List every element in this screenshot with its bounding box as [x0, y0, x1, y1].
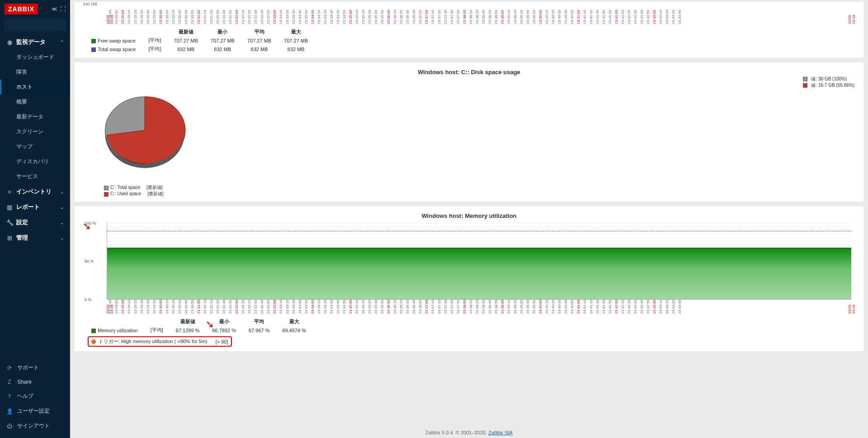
trigger-threshold-line — [107, 231, 851, 231]
nav-share[interactable]: ZShare — [0, 375, 70, 389]
eye-icon: ◉ — [6, 39, 13, 46]
nav-problems[interactable]: 障害 — [0, 65, 70, 80]
table-row: Memory utilization [平均] 67.1299 %66.7892… — [85, 326, 312, 334]
chevron-down-icon: ⌄ — [60, 220, 64, 225]
support-icon: ⟳ — [6, 365, 13, 371]
memory-line-chart: 100 % 50 % 0 % — [107, 223, 851, 300]
swap-summary-table: 最新値 最小 平均 最大 Free swap space [平均] 707.27… — [85, 28, 857, 53]
search-input[interactable]: 🔍 — [5, 20, 66, 31]
help-icon: ? — [6, 393, 13, 400]
disk-series-legend: C:: Total space [最新値] C:: Used space [最新… — [104, 184, 857, 197]
collapse-sidebar-icon[interactable]: ≪ — [52, 6, 57, 12]
x-end-date: 10/29 23:43 — [848, 10, 856, 24]
nav-config[interactable]: 🔧設定⌄ — [0, 215, 70, 230]
fullscreen-icon[interactable]: ⛶ — [60, 6, 66, 12]
memory-x-axis: 23:28:4023:28:5023:29:0023:29:1023:29:20… — [108, 300, 857, 314]
chevron-up-icon: ⌃ — [60, 40, 64, 45]
table-row: Total swap space [平均] 832 MB832 MB832 MB… — [85, 45, 314, 53]
footer-link[interactable]: Zabbix SIA — [488, 430, 513, 435]
disk-value-legend: 値: 30 GB (100%) 値: 16.7 GB (55.66%) — [803, 76, 854, 89]
swap-y-label: 640 MB — [83, 2, 97, 6]
memory-summary-table: 最新値 最小 平均 最大 Memory utilization [平均] 67.… — [85, 317, 857, 347]
chevron-down-icon: ⌄ — [60, 205, 64, 210]
disk-panel-title: Windows host: C:: Disk space usage — [81, 67, 857, 79]
nav-help[interactable]: ?ヘルプ — [0, 389, 70, 404]
nav-inventory[interactable]: ≡インベントリ⌄ — [0, 184, 70, 199]
sidebar: ZABBIX ≪ ⛶ 🔍 ◉監視データ⌃ ダッシュボード 障害 ホスト 概要 最… — [0, 0, 70, 438]
user-icon: 👤 — [6, 408, 13, 414]
trigger-condition: [> 90] — [216, 339, 228, 344]
nav-monitoring[interactable]: ◉監視データ⌃ — [0, 34, 70, 50]
memory-panel-title: Windows host: Memory utilization — [81, 211, 857, 223]
logo: ZABBIX — [5, 4, 38, 14]
chevron-down-icon: ⌄ — [60, 235, 64, 240]
swap-panel: 640 MB 10/29 23:28 23:28:4023:28:5023:29… — [75, 2, 863, 58]
warning-dot-icon — [91, 339, 96, 344]
mem-x-end-date: 10/29 23:43 — [848, 300, 856, 314]
power-icon: ⏻ — [6, 423, 13, 429]
nav-services[interactable]: サービス — [0, 169, 70, 184]
nav-user-settings[interactable]: 👤ユーザー設定 — [0, 404, 70, 419]
disk-pie-chart — [99, 88, 190, 174]
list-icon: ≡ — [6, 188, 13, 195]
y-label-50: 50 % — [85, 259, 94, 264]
nav-admin[interactable]: ⊞管理⌄ — [0, 230, 70, 245]
nav-signout[interactable]: ⏻サインアウト — [0, 419, 70, 433]
nav-discovery[interactable]: ディスカバリ — [0, 154, 70, 169]
nav-hosts[interactable]: ホスト — [0, 80, 70, 94]
nav-latest-data[interactable]: 最新データ — [0, 109, 70, 124]
nav-maps[interactable]: マップ — [0, 139, 70, 154]
table-row: Free swap space [平均] 707.27 MB707.27 MB7… — [85, 36, 314, 45]
nav-reports[interactable]: ▥レポート⌄ — [0, 199, 70, 215]
main-content: 640 MB 10/29 23:28 23:28:4023:28:5023:29… — [70, 0, 868, 438]
nav-overview[interactable]: 概要 — [0, 94, 70, 109]
wrench-icon: 🔧 — [6, 219, 13, 226]
disk-usage-panel: Windows host: C:: Disk space usage 値: 30… — [75, 62, 863, 202]
nav-support[interactable]: ⟳サポート — [0, 360, 70, 375]
footer: Zabbix 5.0.4. © 2001–2020, Zabbix SIA — [70, 430, 868, 435]
nav-dashboard[interactable]: ダッシュボード — [0, 50, 70, 65]
trigger-row[interactable]: トリガー: High memory utilization ( >90% for… — [88, 336, 232, 347]
memory-area-series — [107, 248, 851, 299]
swap-x-axis: 23:28:4023:28:5023:29:0023:29:1023:29:20… — [108, 10, 857, 24]
y-label-100: 100 % — [85, 221, 96, 226]
share-icon: Z — [6, 379, 13, 385]
trigger-label: トリガー: High memory utilization ( >90% for… — [99, 338, 208, 345]
annotation-arrow-icon: ➘ — [206, 319, 214, 330]
chart-icon: ▥ — [6, 204, 13, 211]
memory-util-panel: Windows host: Memory utilization ➘ 100 %… — [75, 206, 863, 351]
gear-icon: ⊞ — [6, 235, 13, 241]
nav-screens[interactable]: スクリーン — [0, 124, 70, 139]
chevron-down-icon: ⌄ — [60, 189, 64, 194]
